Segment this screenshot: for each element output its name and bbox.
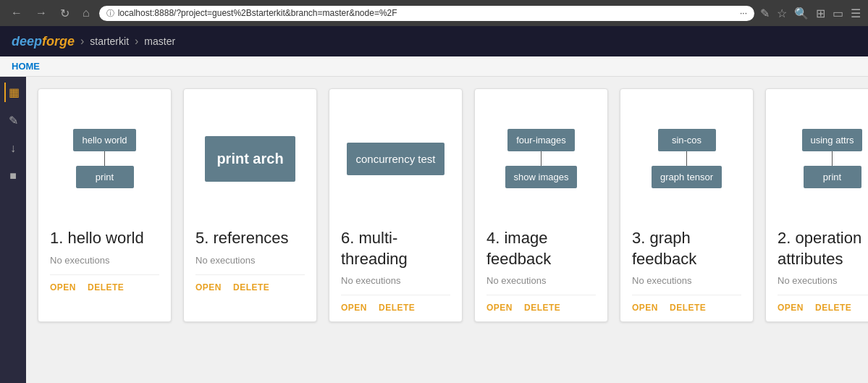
breadcrumb-starterkit[interactable]: starterkit bbox=[90, 35, 129, 47]
open-button-3[interactable]: OPEN bbox=[341, 303, 367, 313]
breadcrumb-sep-2: › bbox=[135, 35, 138, 48]
card-title-1: 1. hello world bbox=[50, 228, 159, 249]
card-title-2: 5. references bbox=[195, 228, 305, 249]
card-image-feedback: four-images show images 4. image feedbac… bbox=[474, 88, 608, 322]
sidebar-icon-download[interactable]: ↓ bbox=[7, 139, 19, 158]
url-text: localhost:8888/?project=guest%2Bstarterk… bbox=[118, 8, 736, 18]
sidebar-icon-pipeline[interactable]: ▦ bbox=[4, 83, 22, 102]
card-diagram-5: sin-cos graph tensor bbox=[632, 101, 741, 216]
card-diagram-3: concurrency test bbox=[341, 101, 450, 216]
diagram-connector-4 bbox=[541, 151, 542, 166]
card-diagram-1: hello world print bbox=[50, 101, 159, 216]
delete-button-2[interactable]: DELETE bbox=[233, 282, 269, 292]
sidebar-icon-edit[interactable]: ✎ bbox=[6, 111, 21, 130]
card-executions-3: No executions bbox=[341, 275, 450, 286]
open-button-1[interactable]: OPEN bbox=[50, 282, 76, 292]
card-title-5: 3. graph feedback bbox=[632, 228, 741, 269]
logo-deep: deep bbox=[12, 34, 42, 49]
card-actions-4: OPEN DELETE bbox=[486, 295, 596, 313]
home-button[interactable]: ⌂ bbox=[79, 5, 93, 21]
back-button[interactable]: ← bbox=[7, 5, 26, 21]
card-actions-6: OPEN DELETE bbox=[778, 295, 868, 313]
star-icon[interactable]: ☆ bbox=[777, 7, 787, 20]
breadcrumb-bar: HOME bbox=[0, 56, 868, 77]
diagram-node-top-2: print arch bbox=[205, 136, 295, 182]
app-header: deepforge › starterkit › master bbox=[0, 26, 868, 56]
content-area: hello world print 1. hello world No exec… bbox=[26, 77, 868, 383]
diagram-node-top-3: concurrency test bbox=[347, 143, 444, 175]
logo-forge: forge bbox=[42, 34, 75, 49]
diagram-node-top-6: using attrs bbox=[802, 129, 863, 151]
breadcrumb-master[interactable]: master bbox=[144, 35, 175, 47]
diagram-node-top-4: four-images bbox=[507, 129, 575, 151]
address-bar[interactable]: ⓘ localhost:8888/?project=guest%2Bstarte… bbox=[99, 6, 754, 21]
card-operation-attributes: using attrs print 2. operation attribute… bbox=[765, 88, 868, 322]
diagram-node-top-5: sin-cos bbox=[658, 129, 716, 151]
browser-chrome: ← → ↻ ⌂ ⓘ localhost:8888/?project=guest%… bbox=[0, 0, 868, 26]
app-logo: deepforge bbox=[12, 34, 75, 49]
grid-icon[interactable]: ⊞ bbox=[816, 7, 825, 20]
card-title-3: 6. multi-threading bbox=[341, 228, 450, 269]
open-button-6[interactable]: OPEN bbox=[778, 303, 804, 313]
breadcrumb-sep-1: › bbox=[80, 35, 84, 48]
card-executions-5: No executions bbox=[632, 275, 741, 286]
forward-button[interactable]: → bbox=[32, 5, 51, 21]
card-actions-2: OPEN DELETE bbox=[195, 274, 305, 292]
delete-button-6[interactable]: DELETE bbox=[815, 303, 851, 313]
card-executions-1: No executions bbox=[50, 255, 159, 266]
menu-icon[interactable]: ☰ bbox=[851, 7, 861, 20]
diagram-node-bottom-6: print bbox=[804, 166, 861, 188]
tabs-icon[interactable]: ▭ bbox=[833, 7, 843, 20]
card-actions-3: OPEN DELETE bbox=[341, 295, 450, 313]
card-title-6: 2. operation attributes bbox=[778, 228, 868, 269]
card-diagram-6: using attrs print bbox=[778, 101, 868, 216]
diagram-node-top-1: hello world bbox=[73, 129, 135, 151]
cards-container: hello world print 1. hello world No exec… bbox=[38, 88, 868, 322]
sidebar-icon-grid[interactable]: ■ bbox=[7, 167, 20, 185]
card-executions-2: No executions bbox=[195, 255, 305, 266]
diagram-connector-6 bbox=[832, 151, 833, 166]
ellipsis-icon: ··· bbox=[740, 8, 747, 18]
sidebar: ▦ ✎ ↓ ■ bbox=[0, 77, 26, 383]
diagram-node-bottom-1: print bbox=[76, 166, 134, 188]
app-container: ← → ↻ ⌂ ⓘ localhost:8888/?project=guest%… bbox=[0, 0, 868, 383]
diagram-node-bottom-4: show images bbox=[505, 166, 578, 188]
info-icon: ⓘ bbox=[106, 8, 114, 19]
delete-button-3[interactable]: DELETE bbox=[379, 303, 415, 313]
open-button-5[interactable]: OPEN bbox=[632, 303, 658, 313]
browser-icons: ✎ ☆ 🔍 ⊞ ▭ ☰ bbox=[760, 7, 861, 20]
card-actions-1: OPEN DELETE bbox=[50, 274, 159, 292]
open-button-4[interactable]: OPEN bbox=[486, 303, 513, 313]
diagram-connector-1 bbox=[104, 151, 105, 166]
card-references: print arch 5. references No executions O… bbox=[183, 88, 317, 322]
card-title-4: 4. image feedback bbox=[486, 228, 596, 269]
card-hello-world: hello world print 1. hello world No exec… bbox=[38, 88, 172, 322]
reload-button[interactable]: ↻ bbox=[56, 5, 73, 22]
card-graph-feedback: sin-cos graph tensor 3. graph feedback N… bbox=[620, 88, 754, 322]
search-icon[interactable]: 🔍 bbox=[794, 7, 809, 20]
delete-button-5[interactable]: DELETE bbox=[670, 303, 706, 313]
card-executions-6: No executions bbox=[778, 275, 868, 286]
card-actions-5: OPEN DELETE bbox=[632, 295, 741, 313]
card-executions-4: No executions bbox=[486, 275, 596, 286]
delete-button-4[interactable]: DELETE bbox=[524, 303, 560, 313]
diagram-node-bottom-5: graph tensor bbox=[652, 166, 722, 188]
open-button-2[interactable]: OPEN bbox=[195, 282, 222, 292]
card-diagram-4: four-images show images bbox=[486, 101, 596, 216]
card-multithreading: concurrency test 6. multi-threading No e… bbox=[329, 88, 463, 322]
home-link[interactable]: HOME bbox=[12, 61, 40, 72]
card-diagram-2: print arch bbox=[195, 101, 305, 216]
delete-button-1[interactable]: DELETE bbox=[88, 282, 124, 292]
bookmark-icon[interactable]: ✎ bbox=[760, 7, 770, 20]
main-layout: ▦ ✎ ↓ ■ hello world print 1. hello world… bbox=[0, 77, 868, 383]
diagram-connector-5 bbox=[686, 151, 687, 166]
